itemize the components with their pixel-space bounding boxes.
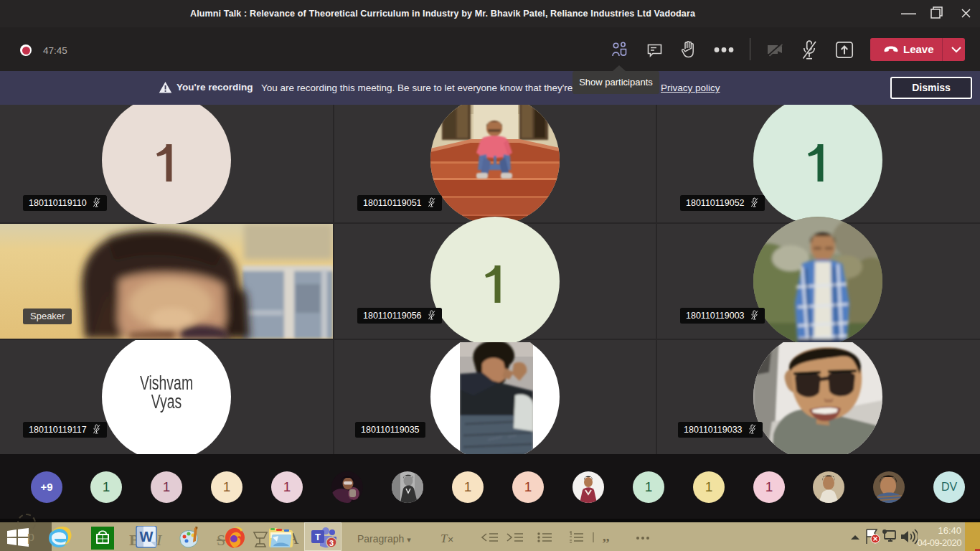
svg-text:T: T [315, 532, 321, 542]
svg-text:,,: ,, [603, 531, 610, 544]
svg-text:3: 3 [329, 539, 334, 547]
